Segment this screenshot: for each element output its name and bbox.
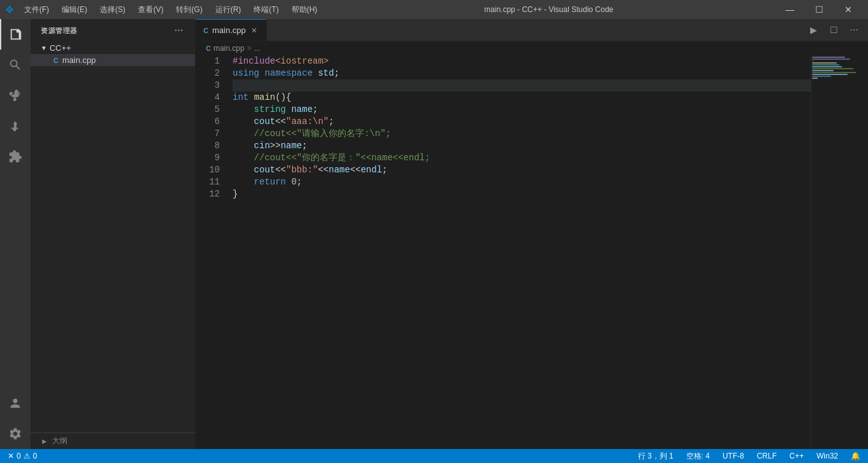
code-area[interactable]: #include<iostream> using namespace std; … — [227, 55, 811, 449]
titlebar-controls: — ☐ ✕ — [775, 0, 863, 19]
status-line-ending[interactable]: CRLF — [754, 449, 779, 463]
minimap-line-4 — [812, 62, 837, 64]
menu-terminal[interactable]: 终端(T) — [248, 3, 283, 17]
menu-help[interactable]: 帮助(H) — [287, 3, 323, 17]
status-position[interactable]: 行 3，列 1 — [635, 449, 676, 463]
maximize-button[interactable]: ☐ — [804, 0, 834, 19]
breadcrumb-context[interactable]: ... — [254, 44, 261, 53]
line-ending-text: CRLF — [757, 452, 776, 460]
line-num-5: 5 — [203, 104, 220, 116]
activity-extensions[interactable] — [0, 141, 31, 172]
tab-close-button[interactable]: ✕ — [250, 25, 259, 36]
more-actions-button[interactable]: ⋯ — [845, 21, 863, 39]
encoding-text: UTF-8 — [722, 452, 744, 460]
code-line-10: cout<<"bbb:"<<name<<endl; — [233, 164, 811, 176]
activity-search[interactable] — [0, 50, 31, 80]
breadcrumb: C main.cpp > ... — [196, 41, 868, 55]
minimap-line-9 — [812, 72, 856, 73]
breadcrumb-sep: > — [247, 44, 252, 53]
code-line-7: //cout<<"请输入你的名字:\n"; — [233, 128, 811, 140]
run-button[interactable]: ▶ — [804, 21, 822, 39]
menu-run[interactable]: 运行(R) — [210, 3, 247, 17]
line-numbers: 1 2 3 4 5 6 7 8 9 10 11 12 — [196, 55, 227, 449]
tab-label: main.cpp — [212, 25, 246, 35]
main-layout: 资源管理器 ⋯ ▼ CC++ C main.cpp ► 大纲 C main.cp… — [0, 19, 868, 449]
language-text: C++ — [789, 452, 804, 460]
code-line-5: string name; — [233, 104, 811, 116]
warning-icon: ⚠ — [24, 452, 31, 460]
sidebar-outline[interactable]: ► 大纲 — [31, 432, 195, 449]
line-num-10: 10 — [203, 164, 220, 176]
status-left: ✕ 0 ⚠ 0 — [5, 449, 39, 463]
status-bar: ✕ 0 ⚠ 0 行 3，列 1 空格: 4 UTF-8 CRLF C++ Win… — [0, 449, 868, 463]
line-num-6: 6 — [203, 116, 220, 128]
sidebar-header-icons: ⋯ — [173, 24, 185, 37]
minimap-line-2 — [812, 59, 850, 60]
status-platform[interactable]: Win32 — [814, 449, 841, 463]
file-name: main.cpp — [62, 55, 96, 65]
vscode-icon: ❖ — [5, 4, 14, 16]
activity-source-control[interactable] — [0, 80, 31, 111]
folder-name: CC++ — [50, 43, 71, 53]
menu-select[interactable]: 选择(S) — [95, 3, 130, 17]
activity-run-debug[interactable] — [0, 111, 31, 141]
outline-label: 大纲 — [52, 436, 67, 446]
breadcrumb-file-icon: C — [206, 45, 211, 52]
notification-icon: 🔔 — [851, 452, 860, 460]
status-errors[interactable]: ✕ 0 ⚠ 0 — [5, 449, 39, 463]
sidebar-title: 资源管理器 — [41, 26, 78, 36]
activity-bar — [0, 19, 31, 449]
cpp-file-icon: C — [53, 57, 58, 64]
activity-explorer[interactable] — [0, 19, 31, 50]
line-num-9: 9 — [203, 152, 220, 164]
line-num-1: 1 — [203, 55, 220, 67]
tab-main-cpp[interactable]: C main.cpp ✕ — [196, 19, 267, 41]
sidebar-more-icon[interactable]: ⋯ — [173, 24, 185, 37]
spaces-text: 空格: 4 — [686, 451, 710, 462]
status-encoding[interactable]: UTF-8 — [720, 449, 747, 463]
activity-bottom — [0, 388, 31, 449]
editor-area: C main.cpp ✕ ▶ ☐ ⋯ C main.cpp > ... 1 2 … — [196, 19, 868, 449]
code-line-6: cout<<"aaa:\n"; — [233, 116, 811, 128]
status-language[interactable]: C++ — [787, 449, 806, 463]
minimap-line-6 — [812, 66, 842, 67]
split-editor-button[interactable]: ☐ — [825, 21, 843, 39]
titlebar: ❖ 文件(F) 编辑(E) 选择(S) 查看(V) 转到(G) 运行(R) 终端… — [0, 0, 868, 19]
file-item-main-cpp[interactable]: C main.cpp — [31, 54, 195, 66]
close-button[interactable]: ✕ — [834, 0, 863, 19]
status-spaces[interactable]: 空格: 4 — [684, 449, 712, 463]
minimap-line-5 — [812, 64, 839, 66]
error-icon: ✕ — [8, 452, 14, 460]
minimize-button[interactable]: — — [775, 0, 804, 19]
line-num-8: 8 — [203, 140, 220, 152]
activity-account[interactable] — [0, 388, 31, 418]
tab-cpp-icon: C — [203, 27, 208, 34]
status-right: 行 3，列 1 空格: 4 UTF-8 CRLF C++ Win32 🔔 — [635, 449, 863, 463]
code-line-11: return 0; — [233, 176, 811, 188]
code-line-12: } — [233, 188, 811, 200]
folder-item-ccpp[interactable]: ▼ CC++ — [31, 42, 195, 54]
menu-goto[interactable]: 转到(G) — [171, 3, 207, 17]
line-num-3: 3 — [203, 79, 220, 92]
sidebar: 资源管理器 ⋯ ▼ CC++ C main.cpp ► 大纲 — [31, 19, 196, 449]
sidebar-header: 资源管理器 ⋯ — [31, 19, 195, 42]
chevron-right-icon: ► — [41, 437, 48, 446]
line-num-12: 12 — [203, 188, 220, 200]
minimap-line-12 — [812, 78, 818, 79]
menu-file[interactable]: 文件(F) — [19, 3, 54, 17]
minimap-line-1 — [812, 57, 845, 58]
error-count: 0 — [17, 452, 21, 460]
titlebar-title: main.cpp - CC++ - Visual Studio Code — [322, 5, 775, 14]
code-line-2: using namespace std; — [233, 67, 811, 79]
editor-content: 1 2 3 4 5 6 7 8 9 10 11 12 #include<iost… — [196, 55, 868, 449]
menu-view[interactable]: 查看(V) — [133, 3, 168, 17]
code-line-4: int main(){ — [233, 92, 811, 104]
minimap-line-7 — [812, 68, 853, 69]
menu-edit[interactable]: 编辑(E) — [57, 3, 92, 17]
status-notifications[interactable]: 🔔 — [848, 449, 863, 463]
activity-settings[interactable] — [0, 418, 31, 449]
code-line-3 — [233, 79, 811, 92]
line-num-2: 2 — [203, 67, 220, 79]
code-line-8: cin>>name; — [233, 140, 811, 152]
breadcrumb-file[interactable]: main.cpp — [214, 44, 245, 53]
